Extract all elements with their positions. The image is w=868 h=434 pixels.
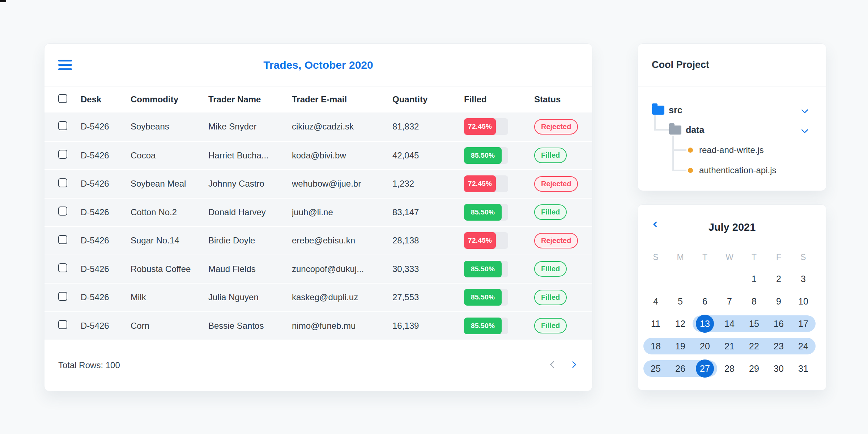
day-number: 23: [770, 337, 788, 355]
day-number: 4: [647, 292, 665, 310]
day-cell-9[interactable]: 9: [766, 290, 791, 312]
table-row: D-5426 Milk Julia Nguyen kaskeg@dupli.uz…: [44, 283, 592, 311]
row-checkbox[interactable]: [58, 207, 67, 216]
status-badge: Rejected: [534, 176, 578, 192]
cell-desk: D-5426: [81, 150, 131, 161]
day-cell-29[interactable]: 29: [742, 357, 766, 380]
cell-desk: D-5426: [81, 235, 131, 246]
cell-trader-name: Bessie Santos: [208, 321, 292, 331]
day-number: 21: [720, 337, 739, 355]
tree-connector: [672, 170, 686, 171]
tree-item-data[interactable]: data: [669, 125, 704, 135]
day-cell-12[interactable]: 12: [668, 312, 693, 335]
day-cell-8[interactable]: 8: [742, 290, 766, 312]
cell-commodity: Sugar No.14: [131, 235, 208, 246]
cell-commodity: Cocoa: [131, 150, 208, 161]
cell-trader-email: wehubow@ijue.br: [292, 179, 392, 189]
tree-item-label: data: [686, 125, 704, 135]
filled-percent-label: 72.45%: [468, 237, 492, 244]
row-checkbox[interactable]: [58, 320, 67, 329]
day-cell-16[interactable]: 16: [766, 312, 791, 335]
cell-commodity: Milk: [131, 292, 208, 302]
cell-desk: D-5426: [81, 321, 131, 331]
day-cell-30[interactable]: 30: [766, 357, 791, 380]
status-badge: Filled: [534, 290, 567, 305]
calendar-grid: 1234567891011121314151617181920212223242…: [643, 268, 816, 380]
day-cell-17[interactable]: 17: [791, 312, 816, 335]
tree-item-file[interactable]: read-and-write.js: [688, 145, 764, 155]
table-row: D-5426 Sugar No.14 Birdie Doyle erebe@eb…: [44, 226, 592, 255]
day-cell-27[interactable]: 27: [693, 357, 717, 380]
cell-trader-name: Julia Nguyen: [208, 292, 292, 302]
day-number: 29: [745, 359, 763, 378]
table-card-header: Trades, October 2020: [44, 44, 592, 86]
row-checkbox[interactable]: [58, 178, 67, 187]
day-cell-5[interactable]: 5: [668, 290, 693, 312]
day-number: 8: [745, 292, 763, 310]
day-cell-28[interactable]: 28: [717, 357, 742, 380]
day-cell-14[interactable]: 14: [717, 312, 742, 335]
day-cell-11[interactable]: 11: [643, 312, 668, 335]
row-checkbox[interactable]: [58, 263, 67, 272]
day-cell-26[interactable]: 26: [668, 357, 693, 380]
day-cell-25[interactable]: 25: [643, 357, 668, 380]
day-cell-20[interactable]: 20: [693, 335, 717, 357]
day-cell-24[interactable]: 24: [791, 335, 816, 357]
tree-connector: [672, 149, 686, 151]
day-cell-15[interactable]: 15: [742, 312, 766, 335]
tree-item-file[interactable]: authentication-api.js: [688, 166, 776, 175]
status-badge: Filled: [534, 261, 567, 277]
filled-percent-label: 85.50%: [471, 293, 495, 301]
day-cell-19[interactable]: 19: [668, 335, 693, 357]
column-header-trader-email: Trader E-mail: [292, 94, 392, 105]
cell-quantity: 28,138: [392, 235, 464, 246]
next-page-button[interactable]: [569, 361, 577, 370]
cell-quantity: 83,147: [392, 207, 464, 217]
day-number: 2: [770, 270, 788, 288]
row-checkbox[interactable]: [58, 121, 67, 130]
day-cell-3[interactable]: 3: [791, 268, 816, 290]
cell-desk: D-5426: [81, 264, 131, 274]
tree-item-label: authentication-api.js: [699, 165, 776, 175]
chevron-down-icon[interactable]: [802, 127, 807, 133]
day-cell-2[interactable]: 2: [766, 268, 791, 290]
day-cell-7[interactable]: 7: [717, 290, 742, 312]
select-all-checkbox[interactable]: [58, 94, 67, 103]
day-cell-23[interactable]: 23: [766, 335, 791, 357]
cell-quantity: 30,333: [392, 264, 464, 274]
table-footer: Total Rows: 100: [44, 339, 592, 391]
day-cell-21[interactable]: 21: [717, 335, 742, 357]
table-row: D-5426 Robusta Coffee Maud Fields zuncop…: [44, 255, 592, 283]
tree-item-src[interactable]: src: [652, 105, 682, 115]
prev-page-button[interactable]: [549, 361, 557, 370]
filled-progress-bar: 85.50%: [464, 261, 508, 277]
day-cell-6[interactable]: 6: [693, 290, 717, 312]
column-header-status: Status: [534, 94, 578, 105]
day-cell-1[interactable]: 1: [742, 268, 766, 290]
row-checkbox[interactable]: [58, 150, 67, 159]
day-cell-13[interactable]: 13: [693, 312, 717, 335]
cell-trader-name: Johnny Castro: [208, 179, 292, 189]
filled-progress-bar: 72.45%: [464, 118, 508, 135]
day-of-week-label: S: [643, 251, 668, 263]
cell-trader-email: erebe@ebisu.kn: [292, 235, 392, 246]
day-cell-4[interactable]: 4: [643, 290, 668, 312]
cell-trader-email: juuh@li.ne: [292, 207, 392, 217]
day-cell-empty: [643, 268, 668, 290]
day-of-week-label: F: [766, 251, 791, 263]
cell-trader-name: Harriet Bucha...: [208, 150, 292, 161]
day-number: 19: [671, 337, 689, 355]
row-checkbox[interactable]: [58, 292, 67, 301]
chevron-down-icon[interactable]: [802, 107, 807, 114]
row-checkbox[interactable]: [58, 235, 67, 244]
table-row: D-5426 Soybeans Mike Snyder cikiuz@cadzi…: [44, 112, 592, 141]
day-cell-10[interactable]: 10: [791, 290, 816, 312]
filled-progress-bar: 72.45%: [464, 232, 508, 249]
day-cell-22[interactable]: 22: [742, 335, 766, 357]
filled-progress-fill: 85.50%: [464, 318, 502, 334]
table-title: Trades, October 2020: [44, 59, 592, 71]
day-cell-18[interactable]: 18: [643, 335, 668, 357]
day-cell-31[interactable]: 31: [791, 357, 816, 380]
day-number: 14: [720, 315, 739, 333]
table-body: D-5426 Soybeans Mike Snyder cikiuz@cadzi…: [44, 112, 592, 340]
